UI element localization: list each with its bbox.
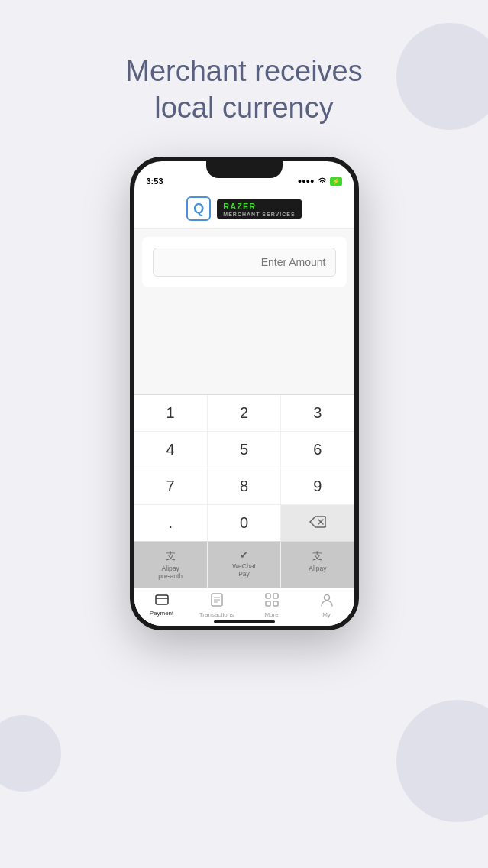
key-0[interactable]: 0: [208, 505, 280, 541]
wechat-icon: ✔: [240, 549, 248, 561]
headline-line1: Merchant receives: [125, 55, 362, 87]
tab-my[interactable]: My: [299, 593, 354, 618]
alipay-preauth-icon: 支: [166, 549, 176, 563]
headline: Merchant receives local currency: [125, 53, 362, 126]
my-tab-icon: [320, 593, 334, 610]
amount-input[interactable]: [153, 248, 336, 277]
svg-rect-11: [273, 601, 278, 606]
key-8[interactable]: 8: [208, 468, 280, 504]
tab-payment-label: Payment: [150, 610, 174, 617]
bg-circle-top-right: [396, 23, 488, 130]
key-2[interactable]: 2: [208, 395, 280, 431]
svg-rect-9: [273, 594, 278, 598]
alipay-preauth-label: Alipaypre-auth: [158, 565, 183, 580]
wechat-label: WeChatPay: [232, 562, 256, 578]
notch: [206, 161, 283, 178]
key-6[interactable]: 6: [281, 432, 354, 468]
svg-rect-10: [266, 601, 270, 606]
battery-icon: ⚡: [330, 177, 342, 186]
alipay-button[interactable]: 支 Alipay: [281, 542, 354, 588]
spacer: [134, 287, 354, 394]
key-1[interactable]: 1: [134, 395, 207, 431]
tab-transactions[interactable]: Transactions: [189, 593, 244, 618]
payment-buttons: 支 Alipaypre-auth ✔ WeChatPay 支 Alipay: [134, 541, 354, 588]
more-tab-icon: [265, 593, 279, 610]
q-logo: Q: [186, 196, 211, 221]
bg-circle-bottom-left: [0, 715, 61, 792]
key-3[interactable]: 3: [281, 395, 354, 431]
svg-rect-8: [266, 594, 270, 598]
amount-section: [142, 237, 347, 287]
key-delete[interactable]: [281, 505, 354, 541]
status-icons: ●●●● ⚡: [298, 177, 342, 186]
key-5[interactable]: 5: [208, 432, 280, 468]
phone-content: Q RAZER MERCHANT SERVICES 1 2 3 4 5 6: [134, 189, 354, 626]
razer-sub-text: MERCHANT SERVICES: [223, 212, 295, 217]
phone-mockup: 3:53 ●●●● ⚡ Q: [130, 157, 359, 630]
home-indicator: [214, 620, 275, 623]
key-9[interactable]: 9: [281, 468, 354, 504]
alipay-preauth-button[interactable]: 支 Alipaypre-auth: [134, 542, 207, 588]
status-time: 3:53: [147, 177, 163, 186]
bg-circle-bottom-right: [396, 700, 488, 822]
razer-logo: RAZER MERCHANT SERVICES: [217, 199, 301, 219]
headline-line2: local currency: [154, 92, 333, 124]
alipay-label: Alipay: [309, 565, 326, 572]
app-header: Q RAZER MERCHANT SERVICES: [134, 189, 354, 229]
key-dot[interactable]: .: [134, 505, 207, 541]
wechat-pay-button[interactable]: ✔ WeChatPay: [208, 542, 280, 588]
numpad: 1 2 3 4 5 6 7 8 9 . 0: [134, 394, 354, 541]
alipay-icon: 支: [312, 549, 322, 563]
signal-icon: ●●●●: [298, 177, 315, 185]
transactions-tab-icon: [211, 593, 223, 610]
tab-more-label: More: [264, 611, 278, 618]
tab-more[interactable]: More: [244, 593, 299, 618]
svg-rect-2: [156, 595, 168, 604]
phone-frame: 3:53 ●●●● ⚡ Q: [130, 157, 359, 630]
tab-my-label: My: [322, 611, 331, 618]
wifi-icon: [318, 177, 327, 186]
key-7[interactable]: 7: [134, 468, 207, 504]
tab-transactions-label: Transactions: [199, 611, 234, 618]
payment-tab-icon: [155, 593, 169, 608]
razer-brand-text: RAZER: [223, 202, 256, 211]
tab-payment[interactable]: Payment: [134, 593, 189, 618]
svg-point-12: [324, 595, 329, 601]
key-4[interactable]: 4: [134, 432, 207, 468]
